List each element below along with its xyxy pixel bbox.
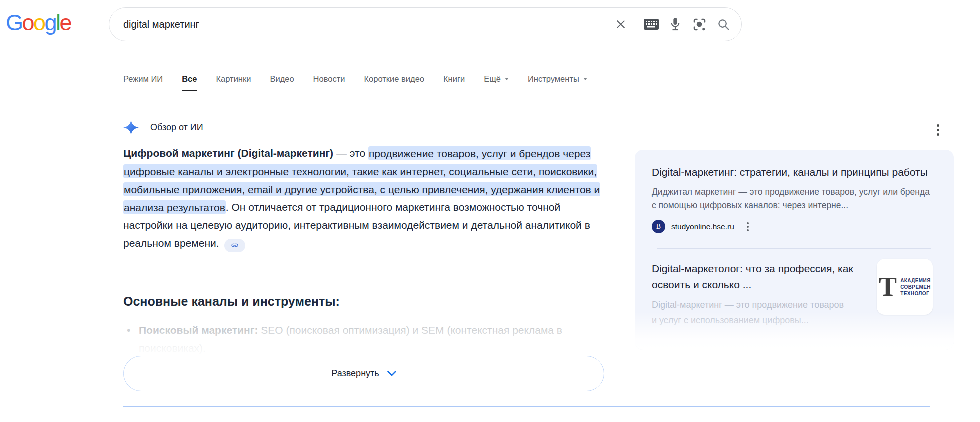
tab-books[interactable]: Книги: [443, 74, 465, 84]
paragraph-connector: — это: [333, 147, 368, 159]
tab-images[interactable]: Картинки: [216, 74, 251, 84]
chevron-down-icon: [505, 78, 509, 80]
microphone-icon[interactable]: [663, 13, 687, 36]
paragraph-bold-lead: Цифровой маркетинг (Digital-маркетинг): [123, 147, 333, 159]
tab-more[interactable]: Ещё: [484, 74, 509, 84]
list-item: Поисковый маркетинг: SEO (поисковая опти…: [123, 321, 592, 357]
source-card[interactable]: Digital-маркетолог: что за профессия, ка…: [635, 249, 954, 328]
logo-letter: o: [33, 10, 45, 35]
logo-letter: g: [45, 10, 56, 35]
source-card-snippet: Digital-маркетинг — это продвижение това…: [652, 297, 844, 328]
logo-letter: e: [60, 10, 71, 35]
logo-letter: G: [6, 10, 22, 35]
tab-all[interactable]: Все: [182, 74, 197, 84]
google-lens-icon[interactable]: [687, 13, 711, 36]
source-row: В studyonline.hse.ru: [652, 220, 936, 233]
google-logo[interactable]: Google: [6, 10, 71, 36]
source-domain[interactable]: studyonline.hse.ru: [671, 222, 734, 231]
thumbnail-logo-text: АКАДЕМИЯ СОВРЕМЕН ТЕХНОЛОГ: [900, 278, 931, 296]
source-card-title[interactable]: Digital-маркетинг: стратегии, каналы и п…: [652, 164, 933, 180]
search-bar-divider: [636, 14, 636, 34]
source-card-title[interactable]: Digital-маркетолог: что за профессия, ка…: [652, 261, 878, 293]
ai-overview-header: Обзор от ИИ: [123, 120, 203, 135]
search-bar-icons: [609, 13, 735, 36]
google-search-page: Google: [0, 0, 980, 422]
hse-favicon: В: [652, 220, 665, 233]
logo-letter: l: [56, 10, 60, 35]
clear-icon[interactable]: [609, 13, 633, 36]
expand-button[interactable]: Развернуть: [123, 356, 604, 391]
search-input[interactable]: [123, 19, 609, 30]
result-tabs: Режим ИИ Все Картинки Видео Новости Коро…: [123, 74, 587, 84]
thumbnail-logo-letter: Т: [879, 273, 897, 300]
ai-overview-paragraph: Цифровой маркетинг (Digital-маркетинг) —…: [123, 144, 606, 252]
source-card[interactable]: Digital-маркетинг: стратегии, каналы и п…: [635, 150, 954, 249]
tab-short-videos[interactable]: Короткие видео: [364, 74, 424, 84]
kebab-menu-icon[interactable]: [936, 123, 940, 137]
ai-overview-label: Обзор от ИИ: [150, 122, 203, 133]
tab-tools[interactable]: Инструменты: [528, 74, 587, 84]
source-thumbnail[interactable]: Т АКАДЕМИЯ СОВРЕМЕН ТЕХНОЛОГ: [877, 259, 933, 315]
tab-videos[interactable]: Видео: [270, 74, 294, 84]
search-bar[interactable]: [109, 7, 742, 41]
tab-ai-mode[interactable]: Режим ИИ: [123, 74, 163, 84]
chevron-down-icon: [387, 371, 396, 376]
logo-letter: o: [22, 10, 34, 35]
tab-news[interactable]: Новости: [313, 74, 345, 84]
section-divider: [123, 406, 930, 407]
ai-overview-sources-rail: Digital-маркетинг: стратегии, каналы и п…: [635, 150, 954, 350]
ai-sparkle-icon: [123, 120, 139, 135]
expand-button-label: Развернуть: [331, 368, 379, 379]
kebab-menu-icon[interactable]: [745, 221, 750, 233]
link-icon: [231, 241, 239, 249]
keyboard-icon[interactable]: [639, 13, 663, 36]
citation-link-chip[interactable]: [224, 239, 245, 252]
source-card-snippet: Диджитал маркетинг — это продвижение тов…: [652, 185, 930, 212]
list-item-lead: Поисковый маркетинг:: [139, 324, 258, 336]
search-icon[interactable]: [711, 13, 735, 36]
chevron-down-icon: [583, 78, 587, 80]
section-heading: Основные каналы и инструменты:: [123, 294, 340, 309]
header-divider: [0, 97, 980, 97]
